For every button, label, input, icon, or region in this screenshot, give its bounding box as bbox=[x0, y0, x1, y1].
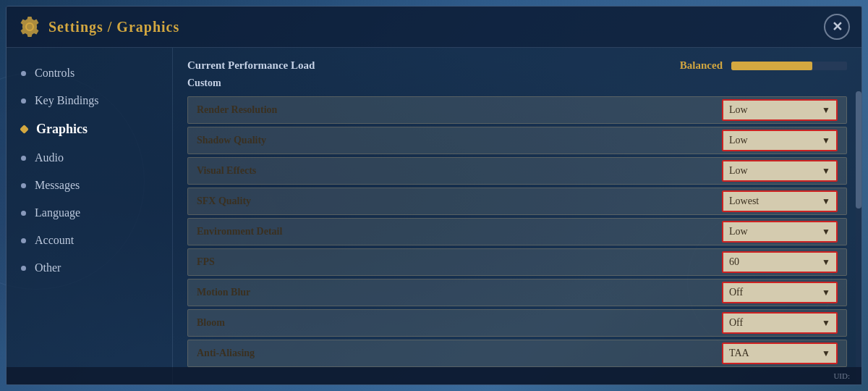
setting-value-8: TAA bbox=[729, 348, 749, 359]
setting-row-render-resolution: Render ResolutionLow▼ bbox=[187, 96, 847, 124]
sidebar-item-audio[interactable]: Audio bbox=[7, 144, 172, 172]
sidebar-item-language[interactable]: Language bbox=[7, 199, 172, 227]
close-button[interactable]: ✕ bbox=[824, 14, 850, 40]
setting-dropdown-8[interactable]: TAA▼ bbox=[722, 342, 838, 364]
dropdown-arrow-icon-2: ▼ bbox=[822, 166, 830, 177]
sidebar-dot-controls bbox=[21, 71, 26, 76]
setting-name-7: Bloom bbox=[197, 317, 722, 329]
sidebar-item-label-key-bindings: Key Bindings bbox=[35, 94, 98, 107]
perf-status-label: Balanced bbox=[680, 59, 723, 72]
sidebar-item-label-language: Language bbox=[35, 206, 80, 219]
setting-dropdown-0[interactable]: Low▼ bbox=[722, 99, 838, 121]
setting-row-motion-blur: Motion BlurOff▼ bbox=[187, 279, 847, 306]
setting-value-3: Lowest bbox=[729, 196, 759, 207]
setting-row-shadow-quality: Shadow QualityLow▼ bbox=[187, 127, 847, 154]
setting-dropdown-2[interactable]: Low▼ bbox=[722, 160, 838, 182]
panel-body: ControlsKey BindingsGraphicsAudioMessage… bbox=[7, 48, 861, 384]
sidebar-item-controls[interactable]: Controls bbox=[7, 59, 172, 87]
setting-row-bloom: BloomOff▼ bbox=[187, 309, 847, 337]
sidebar-item-label-account: Account bbox=[35, 234, 74, 247]
dropdown-arrow-icon-4: ▼ bbox=[822, 227, 830, 237]
sidebar-dot-messages bbox=[21, 183, 26, 188]
sidebar-item-other[interactable]: Other bbox=[7, 254, 172, 282]
sidebar-item-label-controls: Controls bbox=[35, 67, 75, 80]
uid-bar: UID: bbox=[7, 367, 861, 384]
perf-bar bbox=[731, 62, 847, 70]
sidebar-item-label-messages: Messages bbox=[35, 179, 80, 192]
main-content: Current Performance LoadBalancedCustomRe… bbox=[173, 48, 861, 384]
setting-name-6: Motion Blur bbox=[197, 287, 722, 298]
sidebar-item-label-other: Other bbox=[35, 261, 61, 274]
scrollbar[interactable] bbox=[856, 91, 861, 384]
setting-row-environment-detail: Environment DetailLow▼ bbox=[187, 218, 847, 245]
uid-label: UID: bbox=[833, 371, 850, 380]
dropdown-arrow-icon-0: ▼ bbox=[822, 105, 830, 116]
header-title: Settings / Graphics bbox=[48, 19, 179, 35]
setting-row-sfx-quality: SFX QualityLowest▼ bbox=[187, 188, 847, 215]
dropdown-arrow-icon-6: ▼ bbox=[822, 287, 830, 298]
scrollbar-thumb bbox=[856, 91, 861, 209]
dropdown-arrow-icon-8: ▼ bbox=[822, 348, 830, 359]
perf-header: Current Performance LoadBalanced bbox=[187, 59, 847, 72]
setting-dropdown-4[interactable]: Low▼ bbox=[722, 221, 838, 243]
dropdown-arrow-icon-1: ▼ bbox=[822, 135, 830, 146]
setting-name-1: Shadow Quality bbox=[197, 135, 722, 146]
setting-dropdown-6[interactable]: Off▼ bbox=[722, 282, 838, 303]
sidebar-dot-language bbox=[21, 211, 26, 216]
dropdown-arrow-icon-3: ▼ bbox=[822, 196, 830, 207]
panel-header: Settings / Graphics ✕ bbox=[7, 7, 861, 48]
setting-dropdown-5[interactable]: 60▼ bbox=[722, 251, 838, 273]
setting-name-0: Render Resolution bbox=[197, 104, 722, 116]
sidebar-item-label-audio: Audio bbox=[35, 151, 64, 164]
sidebar-dot-key-bindings bbox=[21, 98, 26, 104]
sidebar: ControlsKey BindingsGraphicsAudioMessage… bbox=[7, 48, 173, 384]
settings-panel: Settings / Graphics ✕ ControlsKey Bindin… bbox=[6, 6, 862, 385]
setting-value-4: Low bbox=[729, 226, 748, 237]
setting-row-fps: FPS60▼ bbox=[187, 248, 847, 276]
sidebar-item-messages[interactable]: Messages bbox=[7, 172, 172, 199]
sidebar-dot-other bbox=[21, 266, 26, 271]
sidebar-item-key-bindings[interactable]: Key Bindings bbox=[7, 87, 172, 114]
setting-value-6: Off bbox=[729, 287, 743, 298]
setting-name-3: SFX Quality bbox=[197, 196, 722, 207]
setting-name-8: Anti-Aliasing bbox=[197, 348, 722, 359]
sidebar-dot-audio bbox=[21, 156, 26, 161]
sidebar-item-label-graphics: Graphics bbox=[36, 122, 88, 137]
setting-row-visual-effects: Visual EffectsLow▼ bbox=[187, 157, 847, 185]
setting-dropdown-7[interactable]: Off▼ bbox=[722, 312, 838, 334]
setting-row-anti-aliasing: Anti-AliasingTAA▼ bbox=[187, 340, 847, 367]
settings-list: Render ResolutionLow▼Shadow QualityLow▼V… bbox=[187, 96, 847, 367]
setting-dropdown-3[interactable]: Lowest▼ bbox=[722, 190, 838, 212]
sidebar-dot-account bbox=[21, 238, 26, 243]
perf-title: Current Performance Load bbox=[187, 59, 315, 72]
setting-name-2: Visual Effects bbox=[197, 165, 722, 177]
sidebar-dot-graphics bbox=[20, 125, 29, 134]
sidebar-item-account[interactable]: Account bbox=[7, 227, 172, 254]
setting-value-5: 60 bbox=[729, 256, 739, 268]
setting-value-7: Off bbox=[729, 317, 743, 329]
setting-name-4: Environment Detail bbox=[197, 226, 722, 237]
setting-dropdown-1[interactable]: Low▼ bbox=[722, 130, 838, 151]
sidebar-item-graphics[interactable]: Graphics bbox=[7, 114, 172, 144]
setting-value-0: Low bbox=[729, 104, 748, 116]
dropdown-arrow-icon-5: ▼ bbox=[822, 257, 830, 268]
perf-bar-fill bbox=[731, 62, 812, 70]
setting-name-5: FPS bbox=[197, 256, 722, 268]
preset-label: Custom bbox=[187, 77, 847, 89]
gear-icon bbox=[18, 15, 41, 38]
dropdown-arrow-icon-7: ▼ bbox=[822, 318, 830, 329]
setting-value-1: Low bbox=[729, 135, 748, 146]
setting-value-2: Low bbox=[729, 165, 748, 177]
